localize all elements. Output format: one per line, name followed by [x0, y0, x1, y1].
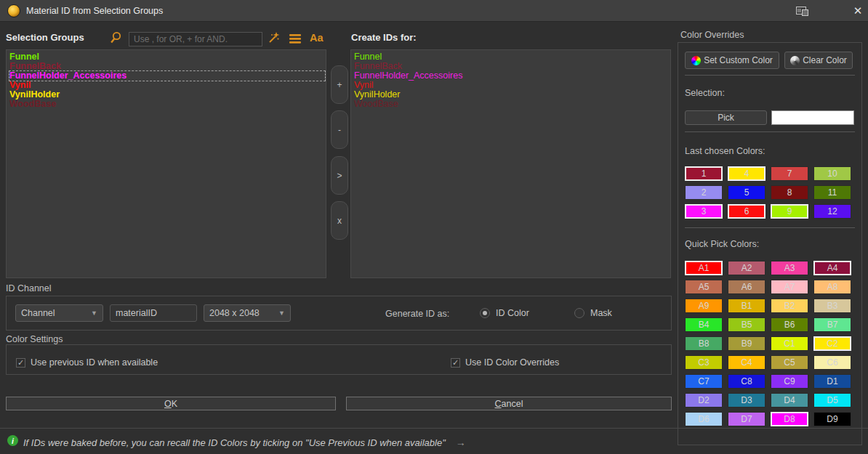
quick-pick-swatch-C1[interactable]: C1	[771, 336, 808, 351]
transfer---button[interactable]: -	[331, 110, 348, 149]
create-ids-header: Create IDs for:	[351, 32, 417, 43]
last-chosen-swatch-7[interactable]: 7	[771, 166, 808, 181]
quick-pick-swatch-C5[interactable]: C5	[771, 355, 808, 370]
clear-color-button[interactable]: Clear Color	[784, 52, 853, 69]
quick-pick-swatch-D9[interactable]: D9	[813, 412, 851, 426]
list-item-WoodBase[interactable]: WoodBase	[9, 100, 325, 109]
divider	[685, 131, 855, 132]
quick-pick-swatch-A8[interactable]: A8	[813, 280, 851, 294]
last-chosen-swatch-10[interactable]: 10	[813, 166, 851, 181]
last-chosen-swatch-5[interactable]: 5	[728, 185, 765, 200]
cancel-button[interactable]: Cancel	[346, 397, 672, 410]
menu-icon[interactable]	[289, 33, 301, 46]
list-item-Vynil[interactable]: Vynil	[354, 81, 670, 90]
selection-groups-list[interactable]: FunnelFunnelBackFunnelHolder_Accessoires…	[6, 49, 326, 278]
quick-pick-swatch-D6[interactable]: D6	[685, 412, 723, 426]
last-chosen-swatch-11[interactable]: 11	[813, 185, 851, 200]
quick-pick-swatch-D8[interactable]: D8	[771, 412, 808, 426]
last-chosen-swatch-8[interactable]: 8	[771, 185, 808, 200]
right-arrow-icon: →	[456, 437, 466, 448]
quick-pick-swatch-B1[interactable]: B1	[728, 299, 765, 313]
list-item-FunnelHolder_Accessoires[interactable]: FunnelHolder_Accessoires	[354, 71, 670, 81]
pick-button[interactable]: Pick	[685, 110, 767, 125]
last-chosen-swatch-9[interactable]: 9	[771, 204, 808, 219]
dock-toolbar-icon[interactable]	[796, 7, 808, 20]
quick-pick-swatch-A1[interactable]: A1	[685, 261, 723, 275]
chevron-down-icon: ▼	[278, 309, 285, 317]
transfer-x-button[interactable]: x	[331, 201, 348, 240]
quick-pick-swatch-A4[interactable]: A4	[813, 261, 851, 275]
radio-mask[interactable]: Mask	[574, 308, 612, 318]
transfer-+-button[interactable]: +	[331, 65, 348, 104]
radio-id-color-label: ID Color	[496, 308, 529, 318]
set-custom-color-label: Set Custom Color	[704, 55, 773, 65]
last-chosen-grid: 147102581136912	[685, 166, 851, 219]
quick-pick-swatch-B2[interactable]: B2	[771, 299, 808, 313]
quick-pick-swatch-C6[interactable]: C6	[813, 355, 851, 370]
last-chosen-swatch-2[interactable]: 2	[685, 185, 723, 200]
quick-pick-swatch-D5[interactable]: D5	[813, 393, 851, 408]
id-channel-groupbox	[6, 296, 672, 331]
wand-icon[interactable]	[268, 32, 280, 47]
quick-pick-swatch-C9[interactable]: C9	[771, 374, 808, 389]
quick-pick-swatch-C3[interactable]: C3	[685, 355, 723, 370]
quick-pick-swatch-D3[interactable]: D3	[728, 393, 765, 408]
quick-pick-swatch-D4[interactable]: D4	[771, 393, 808, 408]
app-icon	[7, 4, 20, 17]
create-ids-list[interactable]: FunnelFunnelBackFunnelHolder_Accessoires…	[350, 49, 671, 278]
quick-pick-swatch-A6[interactable]: A6	[728, 280, 765, 294]
quick-pick-grid: A1A2A3A4A5A6A7A8A9B1B2B3B4B5B6B7B8B9C1C2…	[685, 261, 851, 426]
quick-pick-swatch-A2[interactable]: A2	[728, 261, 765, 275]
channel-dropdown[interactable]: Channel ▼	[15, 304, 103, 322]
resolution-dropdown-value: 2048 x 2048	[209, 308, 260, 318]
quick-pick-swatch-B8[interactable]: B8	[685, 336, 723, 351]
quick-pick-swatch-D7[interactable]: D7	[728, 412, 765, 426]
list-item-VynilHolder[interactable]: VynilHolder	[354, 90, 670, 100]
selection-color-swatch[interactable]	[771, 110, 854, 125]
last-chosen-swatch-4[interactable]: 4	[728, 166, 765, 181]
quick-pick-swatch-A7[interactable]: A7	[771, 280, 808, 294]
search-icon	[110, 31, 122, 47]
ok-button[interactable]: OK	[6, 397, 336, 410]
transfer->-button[interactable]: >	[331, 156, 348, 195]
last-chosen-swatch-3[interactable]: 3	[685, 204, 723, 219]
checkbox-use-id-color-overrides[interactable]: ✓ Use ID Color Overrides	[451, 357, 559, 368]
quick-pick-swatch-B6[interactable]: B6	[771, 317, 808, 332]
quick-pick-swatch-B5[interactable]: B5	[728, 317, 765, 332]
list-item-VynilHolder[interactable]: VynilHolder	[9, 90, 325, 100]
clear-color-label: Clear Color	[803, 55, 847, 65]
last-chosen-swatch-12[interactable]: 12	[813, 204, 851, 219]
checkbox-use-previous-id[interactable]: ✓ Use previous ID when available	[16, 357, 158, 368]
resolution-dropdown[interactable]: 2048 x 2048 ▼	[204, 304, 291, 322]
quick-pick-swatch-C7[interactable]: C7	[685, 374, 723, 389]
quick-pick-swatch-B7[interactable]: B7	[813, 317, 851, 332]
search-input[interactable]	[129, 32, 262, 46]
quick-pick-swatch-C2[interactable]: C2	[813, 336, 851, 351]
quick-pick-swatch-B3[interactable]: B3	[813, 299, 851, 313]
list-item-FunnelHolder_Accessoires[interactable]: FunnelHolder_Accessoires	[9, 71, 325, 81]
checkbox-icon: ✓	[16, 358, 25, 368]
list-item-WoodBase[interactable]: WoodBase	[354, 100, 670, 109]
set-custom-color-button[interactable]: Set Custom Color	[685, 52, 779, 69]
status-message-text: If IDs were baked before, you can recall…	[23, 437, 446, 448]
quick-pick-swatch-D2[interactable]: D2	[685, 393, 723, 408]
radio-icon	[480, 308, 490, 318]
generate-id-as-label: Generate ID as:	[385, 309, 449, 319]
quick-pick-swatch-C8[interactable]: C8	[728, 374, 765, 389]
quick-pick-swatch-A5[interactable]: A5	[685, 280, 723, 294]
quick-pick-swatch-C4[interactable]: C4	[728, 355, 765, 370]
radio-mask-label: Mask	[590, 308, 612, 318]
quick-pick-swatch-A3[interactable]: A3	[771, 261, 808, 275]
quick-pick-swatch-A9[interactable]: A9	[685, 299, 723, 313]
material-id-input[interactable]	[110, 304, 197, 322]
quick-pick-swatch-B9[interactable]: B9	[728, 336, 765, 351]
close-icon[interactable]: ✕	[849, 3, 867, 19]
quick-pick-swatch-B4[interactable]: B4	[685, 317, 723, 332]
selection-groups-header: Selection Groups	[6, 32, 84, 43]
case-sensitive-icon[interactable]: Aa	[310, 32, 324, 44]
radio-id-color[interactable]: ID Color	[480, 308, 529, 318]
quick-pick-swatch-D1[interactable]: D1	[813, 374, 851, 389]
divider	[685, 75, 855, 76]
last-chosen-swatch-1[interactable]: 1	[685, 166, 723, 181]
last-chosen-swatch-6[interactable]: 6	[728, 204, 765, 219]
